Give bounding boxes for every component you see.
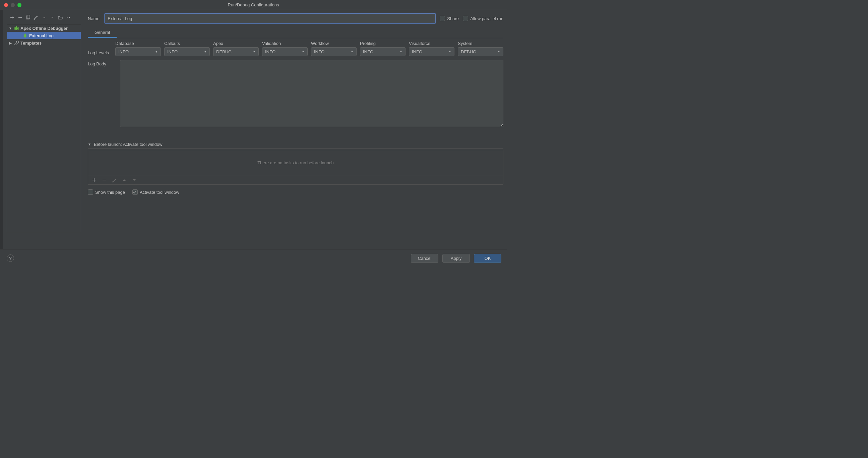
main-content: ▼ Apex Offline Debugger External Log ▶ [0,10,507,249]
titlebar: Run/Debug Configurations [0,0,507,10]
minimize-window-button[interactable] [11,3,15,7]
level-header: Profiling [360,41,405,46]
move-down-button[interactable] [48,13,56,22]
chevron-down-icon: ▼ [350,50,353,53]
allow-parallel-label: Allow parallel run [470,16,503,21]
level-header: Workflow [311,41,356,46]
log-levels-row: Log Levels Database INFO▼ Callouts INFO▼… [88,41,503,56]
tree-node-apex-offline-debugger[interactable]: ▼ Apex Offline Debugger [7,25,81,32]
level-select-profiling[interactable]: INFO▼ [360,47,405,56]
svg-rect-1 [27,15,30,19]
add-config-button[interactable] [8,13,16,22]
edit-task-button[interactable] [110,176,118,184]
bug-icon [14,26,19,31]
show-this-page-label: Show this page [95,190,125,195]
window-controls [4,3,22,7]
tree-node-label: Apex Offline Debugger [21,26,68,31]
tree-node-templates[interactable]: ▶ Templates [7,39,81,47]
help-button[interactable]: ? [7,254,14,262]
activate-tool-checkbox[interactable] [132,189,138,195]
log-body-label: Log Body [88,60,117,127]
chevron-down-icon: ▼ [8,27,12,30]
log-levels-label: Log Levels [88,41,112,55]
svg-point-5 [25,33,26,35]
activate-tool-label: Activate tool window [140,190,179,195]
chevron-right-icon: ▶ [8,41,12,45]
chevron-down-icon: ▼ [204,50,207,53]
tab-general[interactable]: General [88,28,117,38]
level-col-validation: Validation INFO▼ [262,41,308,56]
chevron-down-icon: ▼ [302,50,305,53]
allow-parallel-checkbox-wrap[interactable]: Allow parallel run [463,16,503,21]
task-up-button[interactable] [120,176,128,184]
allow-parallel-checkbox[interactable] [463,16,468,21]
edit-defaults-button[interactable] [32,13,40,22]
level-col-profiling: Profiling INFO▼ [360,41,405,56]
apply-button[interactable]: Apply [442,254,470,263]
level-header: System [458,41,503,46]
zoom-window-button[interactable] [18,3,22,7]
chevron-down-icon: ▼ [448,50,452,53]
level-col-database: Database INFO▼ [115,41,161,56]
show-this-page-wrap[interactable]: Show this page [88,189,125,195]
remove-config-button[interactable] [16,13,24,22]
chevron-down-icon: ▼ [497,50,500,53]
remove-task-button[interactable] [100,176,108,184]
level-col-visualforce: Visualforce INFO▼ [409,41,455,56]
name-input[interactable] [104,13,436,24]
log-levels-grid: Database INFO▼ Callouts INFO▼ Apex DEBUG… [115,41,503,56]
share-checkbox[interactable] [440,16,445,21]
tabs: General [88,28,503,38]
level-col-apex: Apex DEBUG▼ [213,41,259,56]
folder-button[interactable] [56,13,64,22]
config-detail-panel: Name: Share Allow parallel run General L… [85,10,507,249]
level-select-workflow[interactable]: INFO▼ [311,47,356,56]
level-header: Callouts [164,41,210,46]
level-select-apex[interactable]: DEBUG▼ [213,47,259,56]
sidebar-toolbar [7,13,85,22]
close-window-button[interactable] [4,3,8,7]
window-title: Run/Debug Configurations [227,2,279,7]
share-checkbox-wrap[interactable]: Share [440,16,459,21]
level-header: Apex [213,41,259,46]
config-tree[interactable]: ▼ Apex Offline Debugger External Log ▶ [7,24,81,232]
activate-tool-wrap[interactable]: Activate tool window [132,189,179,195]
wrench-icon [14,40,19,45]
show-this-page-checkbox[interactable] [88,189,93,195]
bottom-bar-wrap: ? Cancel Apply OK [0,249,507,267]
tasks-empty-text: There are no tasks to run before launch [88,150,503,175]
left-gutter [0,10,3,249]
before-launch-title: Before launch: Activate tool window [94,142,162,147]
tree-node-external-log[interactable]: External Log [7,32,81,39]
name-label: Name: [88,16,100,21]
chevron-down-icon: ▼ [155,50,158,53]
level-select-callouts[interactable]: INFO▼ [164,47,210,56]
chevron-down-icon: ▼ [88,143,91,146]
config-sidebar: ▼ Apex Offline Debugger External Log ▶ [3,10,85,249]
before-launch-header[interactable]: ▼ Before launch: Activate tool window [88,141,503,149]
level-col-callouts: Callouts INFO▼ [164,41,210,56]
level-col-workflow: Workflow INFO▼ [311,41,356,56]
log-body-row: Log Body [88,60,503,127]
tasks-toolbar [88,175,503,184]
level-select-validation[interactable]: INFO▼ [262,47,308,56]
tree-node-label: Templates [21,40,41,45]
chevron-down-icon: ▼ [253,50,256,53]
expand-toolbar-button[interactable] [64,13,72,22]
level-select-visualforce[interactable]: INFO▼ [409,47,455,56]
run-debug-config-window: Run/Debug Configurations ▼ [0,0,507,267]
log-body-textarea[interactable] [120,60,503,127]
before-launch-tasks: There are no tasks to run before launch [88,150,503,185]
ok-button[interactable]: OK [474,254,501,263]
copy-config-button[interactable] [24,13,32,22]
level-select-database[interactable]: INFO▼ [115,47,161,56]
level-select-system[interactable]: DEBUG▼ [458,47,503,56]
move-up-button[interactable] [40,13,48,22]
task-down-button[interactable] [130,176,138,184]
add-task-button[interactable] [90,176,98,184]
share-label: Share [447,16,459,21]
bottom-bar: Cancel Apply OK [0,249,507,267]
level-col-system: System DEBUG▼ [458,41,503,56]
level-header: Validation [262,41,308,46]
cancel-button[interactable]: Cancel [411,254,438,263]
